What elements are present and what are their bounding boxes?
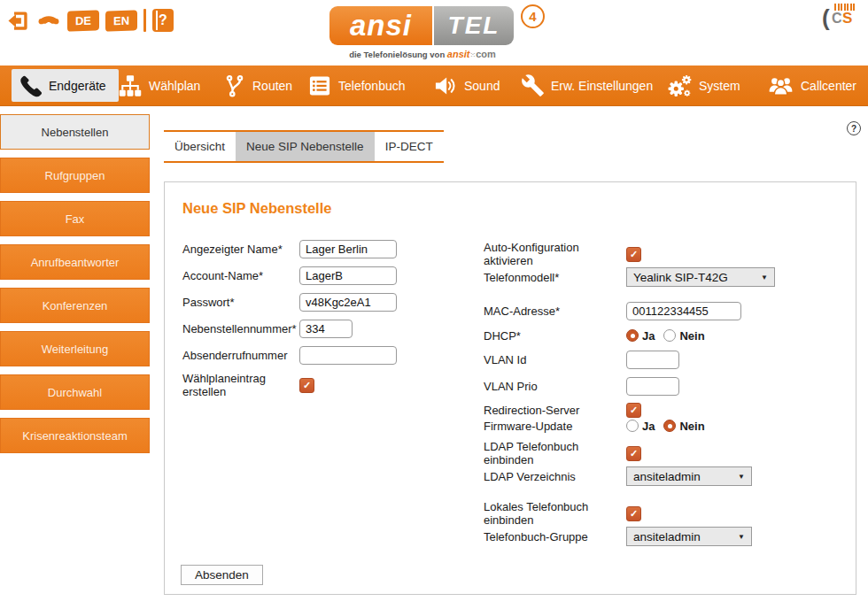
sidebar-item-anrufbeantworter[interactable]: Anrufbeantworter bbox=[0, 244, 150, 280]
nav-item-endgeräte[interactable]: Endgeräte bbox=[12, 69, 119, 102]
nav-item-label: Sound bbox=[464, 79, 500, 93]
nav-item-label: Wählplan bbox=[149, 79, 200, 93]
sidebar: NebenstellenRufgruppenFaxAnrufbeantworte… bbox=[0, 114, 151, 461]
select-value: Yealink SIP-T42G bbox=[633, 271, 728, 284]
tab-neue-sip-nebenstelle[interactable]: Neue SIP Nebenstelle bbox=[236, 132, 375, 161]
tab-übersicht[interactable]: Übersicht bbox=[164, 132, 236, 161]
field-label: DHCP* bbox=[484, 329, 626, 343]
nav-item-label: Erw. Einstellungen bbox=[551, 79, 653, 93]
sidebar-item-weiterleitung[interactable]: Weiterleitung bbox=[0, 331, 150, 366]
nav-item-label: Routen bbox=[252, 79, 292, 93]
form-row: VLAN Id bbox=[484, 350, 847, 369]
nav-item-telefonbuch[interactable]: Telefonbuch bbox=[307, 70, 406, 101]
ldap-verzeichnis-select[interactable]: ansiteladmin▼ bbox=[626, 466, 752, 486]
nav-item-callcenter[interactable]: Callcenter bbox=[767, 70, 856, 101]
dhcp-radio-ja[interactable] bbox=[626, 329, 639, 342]
form-row: MAC-Adresse* bbox=[484, 301, 847, 320]
wählplaneintrag-erstellen-checkbox[interactable]: ✓ bbox=[299, 378, 314, 393]
help-icon[interactable]: ? bbox=[847, 121, 861, 135]
select-value: ansiteladmin bbox=[633, 470, 701, 483]
nav-item-label: Callcenter bbox=[801, 79, 856, 93]
field-label: Nebenstellennummer* bbox=[182, 322, 299, 335]
sidebar-item-rufgruppen[interactable]: Rufgruppen bbox=[0, 158, 150, 193]
sidebar-item-fax[interactable]: Fax bbox=[0, 201, 150, 236]
people-icon bbox=[767, 73, 794, 98]
redirection-server-checkbox[interactable]: ✓ bbox=[626, 403, 641, 418]
telefonbuch-gruppe-select[interactable]: ansiteladmin▼ bbox=[626, 527, 752, 546]
chevron-down-icon: ▼ bbox=[738, 473, 745, 481]
form-row: LDAP Telefonbuch einbinden✓ bbox=[484, 440, 847, 466]
field-label: VLAN Prio bbox=[484, 380, 626, 393]
field-label: VLAN Id bbox=[484, 353, 626, 366]
speaker-icon bbox=[433, 73, 458, 98]
dhcp-radio-nein[interactable] bbox=[663, 329, 676, 342]
logo-part-ansi: ansi bbox=[329, 6, 434, 45]
form-row: LDAP Verzeichnisansiteladmin▼ bbox=[484, 466, 847, 486]
submit-button[interactable]: Absenden bbox=[181, 565, 263, 585]
form-row: Firmware-UpdateJaNein bbox=[484, 418, 847, 434]
sidebar-item-nebenstellen[interactable]: Nebenstellen bbox=[0, 114, 150, 150]
form-row: Auto-Konfiguration aktivieren✓ bbox=[484, 241, 847, 267]
nebenstellennummer-input[interactable] bbox=[299, 320, 353, 338]
vlan-id-input[interactable] bbox=[626, 351, 679, 369]
account-name-input[interactable] bbox=[299, 266, 397, 285]
sidebar-item-durchwahl[interactable]: Durchwahl bbox=[0, 374, 150, 410]
sidebar-item-konferenzen[interactable]: Konferenzen bbox=[0, 288, 150, 323]
field-label: Auto-Konfiguration aktivieren bbox=[484, 241, 626, 267]
nav-item-sound[interactable]: Sound bbox=[433, 70, 500, 101]
firmware-update-radio-ja[interactable] bbox=[626, 420, 639, 432]
language-en-button[interactable]: EN bbox=[105, 10, 137, 31]
field-label: Wählplaneintrag erstellen bbox=[182, 372, 299, 398]
absenderrufnummer-input[interactable] bbox=[299, 346, 397, 365]
form-row: Telefonbuch-Gruppeansiteladmin▼ bbox=[484, 527, 847, 546]
field-label: MAC-Adresse* bbox=[484, 304, 626, 318]
field-label: Telefonbuch-Gruppe bbox=[484, 530, 626, 543]
tab-ip-dect[interactable]: IP-DECT bbox=[375, 132, 444, 161]
sidebar-item-krisenreaktionsteam[interactable]: Krisenreaktionsteam bbox=[0, 418, 150, 453]
radio-label: Nein bbox=[679, 329, 704, 343]
field-label: Lokales Telefonbuch einbinden bbox=[484, 500, 626, 527]
logout-icon[interactable] bbox=[6, 9, 30, 33]
form-panel: Neue SIP Nebenstelle Angezeigter Name*Ac… bbox=[164, 181, 856, 595]
phone-handset-icon[interactable] bbox=[36, 8, 61, 33]
cs-logo: ( C S bbox=[822, 3, 859, 36]
nav-item-routen[interactable]: Routen bbox=[223, 70, 292, 101]
form-row: Absenderrufnummer bbox=[182, 345, 475, 365]
nav-item-wählplan[interactable]: Wählplan bbox=[118, 70, 200, 101]
mac-adresse-input[interactable] bbox=[626, 302, 741, 320]
radio-label: Ja bbox=[642, 420, 655, 433]
field-label: Angezeigter Name* bbox=[182, 243, 299, 256]
nav-item-erw-einstellungen[interactable]: Erw. Einstellungen bbox=[521, 70, 653, 101]
phonebook-icon bbox=[307, 73, 332, 98]
field-label: LDAP Telefonbuch einbinden bbox=[484, 440, 626, 466]
logo-tagline: die Telefonielösung von ansit⁙com bbox=[329, 49, 515, 59]
form-column-left: Angezeigter Name*Account-Name*Passwort*N… bbox=[182, 239, 475, 398]
firmware-update-radio-nein[interactable] bbox=[663, 420, 676, 432]
ansitel-logo: ansi TEL 4 bbox=[329, 6, 545, 45]
passwort-input[interactable] bbox=[299, 293, 397, 312]
help-book-icon[interactable]: ? bbox=[152, 9, 174, 32]
ldap-telefonbuch-einbinden-checkbox[interactable]: ✓ bbox=[626, 446, 641, 461]
logo-part-tel: TEL bbox=[434, 6, 514, 45]
field-label: Firmware-Update bbox=[484, 420, 626, 433]
nav-item-label: System bbox=[699, 79, 740, 93]
form-row: Redirection-Server✓ bbox=[484, 403, 847, 418]
form-row: Account-Name* bbox=[182, 266, 475, 285]
field-label: Redirection-Server bbox=[484, 404, 626, 417]
wrench-icon bbox=[521, 73, 545, 97]
form-row: VLAN Prio bbox=[484, 376, 847, 396]
select-value: ansiteladmin bbox=[633, 530, 701, 543]
main-nav: EndgeräteWählplanRoutenTelefonbuchSoundE… bbox=[0, 66, 868, 106]
angezeigter-name-input[interactable] bbox=[299, 240, 397, 258]
brand-tld: com bbox=[476, 49, 496, 59]
routes-icon bbox=[223, 73, 246, 98]
lokales-telefonbuch-einbinden-checkbox[interactable]: ✓ bbox=[626, 506, 641, 521]
form-row: Angezeigter Name* bbox=[182, 239, 475, 258]
brand-ansit: ansit bbox=[447, 49, 470, 59]
auto-konfiguration-aktivieren-checkbox[interactable]: ✓ bbox=[626, 247, 641, 262]
field-label: Account-Name* bbox=[182, 269, 299, 282]
language-de-button[interactable]: DE bbox=[67, 10, 99, 31]
telefonmodell-select[interactable]: Yealink SIP-T42G▼ bbox=[626, 267, 775, 287]
nav-item-system[interactable]: System bbox=[666, 70, 740, 101]
vlan-prio-input[interactable] bbox=[626, 377, 679, 396]
